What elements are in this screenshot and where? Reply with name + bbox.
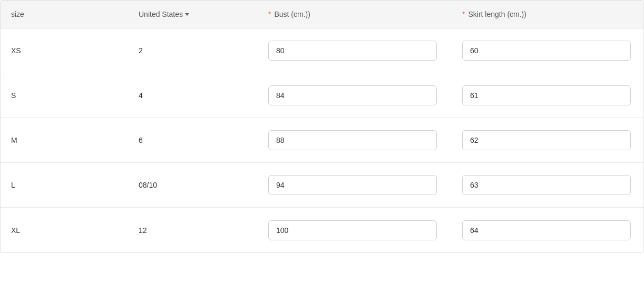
cell-skirt-3 xyxy=(452,166,644,205)
us-size-value-4: 12 xyxy=(139,226,147,235)
table-row: S 4 xyxy=(1,73,643,118)
cell-size-4: XL xyxy=(1,217,128,244)
cell-us-size-3: 08/10 xyxy=(128,171,258,199)
table-row: XL 12 xyxy=(1,208,643,252)
bust-input-0[interactable] xyxy=(268,41,437,61)
us-size-value-3: 08/10 xyxy=(139,181,157,189)
us-size-value-1: 4 xyxy=(139,91,143,100)
cell-us-size-2: 6 xyxy=(128,127,258,154)
table-row: M 6 xyxy=(1,118,643,163)
region-label: United States xyxy=(139,10,183,18)
cell-us-size-1: 4 xyxy=(128,82,258,109)
cell-size-0: XS xyxy=(1,37,128,64)
cell-bust-0 xyxy=(258,31,452,70)
skirt-input-4[interactable] xyxy=(462,220,631,240)
skirt-input-0[interactable] xyxy=(462,41,631,61)
cell-bust-1 xyxy=(258,76,452,115)
size-chart-table: size United States *Bust (cm.)) *Skirt l… xyxy=(0,0,644,253)
header-bust: *Bust (cm.)) xyxy=(258,1,452,28)
cell-skirt-4 xyxy=(452,211,644,250)
header-region[interactable]: United States xyxy=(128,1,258,28)
skirt-required-star: * xyxy=(462,10,465,18)
bust-column-label: Bust (cm.)) xyxy=(274,10,310,18)
size-column-label: size xyxy=(11,10,24,18)
cell-size-2: M xyxy=(1,127,128,154)
header-skirt: *Skirt length (cm.)) xyxy=(452,1,644,28)
size-label-1: S xyxy=(11,91,16,100)
us-size-value-2: 6 xyxy=(139,136,143,144)
table-row: XS 2 xyxy=(1,28,643,73)
skirt-column-label: Skirt length (cm.)) xyxy=(468,10,526,18)
bust-input-3[interactable] xyxy=(268,175,437,195)
cell-bust-2 xyxy=(258,121,452,160)
table-row: L 08/10 xyxy=(1,163,643,208)
cell-us-size-4: 12 xyxy=(128,217,258,244)
bust-input-2[interactable] xyxy=(268,130,437,150)
size-label-4: XL xyxy=(11,226,20,235)
size-label-2: M xyxy=(11,136,17,144)
cell-bust-4 xyxy=(258,211,452,250)
skirt-input-1[interactable] xyxy=(462,85,631,105)
bust-required-star: * xyxy=(268,10,271,18)
skirt-input-3[interactable] xyxy=(462,175,631,195)
bust-input-1[interactable] xyxy=(268,85,437,105)
table-header: size United States *Bust (cm.)) *Skirt l… xyxy=(1,1,643,28)
cell-size-3: L xyxy=(1,171,128,199)
skirt-input-2[interactable] xyxy=(462,130,631,150)
table-body: XS 2 S 4 M xyxy=(1,28,643,252)
cell-bust-3 xyxy=(258,166,452,205)
cell-skirt-0 xyxy=(452,31,644,70)
cell-skirt-2 xyxy=(452,121,644,160)
bust-input-4[interactable] xyxy=(268,220,437,240)
cell-size-1: S xyxy=(1,82,128,109)
cell-us-size-0: 2 xyxy=(128,37,258,64)
chevron-down-icon xyxy=(185,13,189,16)
us-size-value-0: 2 xyxy=(139,46,143,55)
size-label-0: XS xyxy=(11,46,21,55)
cell-skirt-1 xyxy=(452,76,644,115)
size-label-3: L xyxy=(11,181,15,189)
header-size: size xyxy=(1,1,128,28)
